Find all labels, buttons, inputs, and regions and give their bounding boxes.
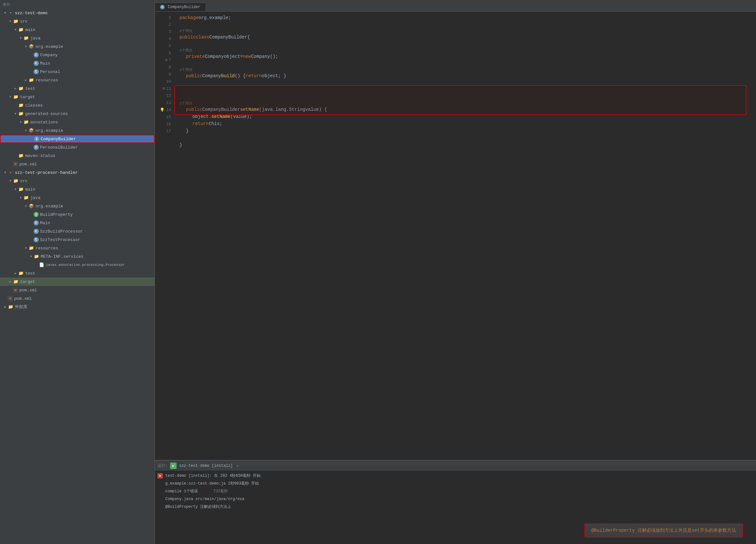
code-line-10 — [179, 94, 756, 101]
expand-arrow: ▶ — [13, 271, 18, 275]
expand-arrow: ▼ — [8, 95, 13, 99]
tree-item-annotations[interactable]: ▼ 📁 annotations — [0, 118, 155, 126]
tree-item-company-builder[interactable]: C CompanyBuilder — [0, 135, 155, 143]
editor-tab-company-builder[interactable]: C CompanyBuilder — [155, 3, 206, 11]
tree-item-personal[interactable]: C Personal — [0, 67, 155, 76]
folder-icon: 📁 — [13, 280, 19, 284]
item-label: target — [20, 280, 35, 284]
item-label: classes — [25, 103, 43, 108]
project-icon: ▪ — [8, 11, 14, 15]
tree-item-maven-status[interactable]: 📁 maven-status — [0, 151, 155, 160]
tree-item-pom-xml-root[interactable]: m pom.xml — [0, 294, 155, 303]
item-label: src — [20, 19, 27, 24]
tree-item-szz-test-demo[interactable]: ▼ ▪ szz-test-demo — [0, 9, 155, 17]
tree-item-src[interactable]: ▼ 📁 src — [0, 17, 155, 26]
keyword: public — [186, 72, 202, 79]
maven-icon: m — [13, 288, 18, 293]
item-label: test — [25, 86, 35, 91]
folder-icon: 📁 — [18, 271, 24, 276]
tree-item-test[interactable]: ▶ 📁 test — [0, 84, 155, 93]
tree-item-javax-processor[interactable]: 📄 javax.annotation.processing.Processor — [0, 261, 155, 269]
expand-arrow: ▼ — [23, 204, 28, 208]
tree-item-szz-test-processor[interactable]: C SzzTestProcessor — [0, 235, 155, 244]
run-bar: 运行: ▶ szz-test-demo [install] ✕ — [155, 460, 756, 471]
params: ( — [259, 106, 262, 113]
folder-icon: 📁 — [13, 179, 19, 183]
expand-arrow: ▼ — [3, 11, 8, 15]
item-label: org.example — [36, 44, 63, 49]
tree-item-szz-build-processor[interactable]: C SzzBuildProcessor — [0, 227, 155, 235]
code-line-3: public class CompanyBuilder { — [179, 34, 756, 41]
tree-item-main2[interactable]: ▼ 📁 main — [0, 185, 155, 193]
class-icon: C — [34, 237, 39, 242]
tree-item-test2[interactable]: ▶ 📁 test — [0, 269, 155, 278]
tree-item-pom-xml-1[interactable]: m pom.xml — [0, 160, 155, 168]
run-text-1: test-demo [install]: 在 202 4秒650毫秒 开始 — [165, 473, 261, 479]
tree-item-target[interactable]: ▼ 📁 target — [0, 93, 155, 101]
tree-item-resources[interactable]: ▶ 📁 resources — [0, 76, 155, 84]
hint-3: 2个用法 — [179, 28, 756, 34]
item-label: main — [25, 27, 35, 32]
package-icon: 📦 — [28, 128, 34, 133]
close-run-tab[interactable]: ✕ — [237, 464, 239, 468]
folder-icon: 📁 — [18, 187, 24, 191]
brace: { — [247, 34, 250, 41]
tree-item-main[interactable]: ▼ 📁 main — [0, 26, 155, 34]
run-tab-label[interactable]: szz-test-demo [install] — [179, 464, 233, 468]
params: () { — [235, 72, 246, 79]
tree-item-build-property[interactable]: @ BuildProperty — [0, 210, 155, 219]
tree-item-org-example[interactable]: ▼ 📦 org.example — [0, 42, 155, 51]
tab-label: CompanyBuilder — [168, 5, 200, 9]
obj: object. — [192, 113, 211, 120]
code-line-14: } — [179, 127, 756, 134]
lightbulb-icon[interactable]: 💡 — [160, 107, 165, 114]
varname: object — [224, 53, 240, 60]
tree-item-pom-xml-2[interactable]: m pom.xml — [0, 286, 155, 294]
closing-brace: } — [186, 127, 189, 134]
class-icon: C — [34, 52, 39, 57]
tree-item-java[interactable]: ▼ 📁 java — [0, 34, 155, 42]
fold-icon-11[interactable]: ⊟ — [163, 85, 165, 92]
item-label: Company — [40, 53, 58, 57]
code-content[interactable]: package org.example; 2个用法 public class C… — [174, 12, 756, 460]
tree-item-resources2[interactable]: ▼ 📁 resources — [0, 244, 155, 252]
tree-item-personal-builder[interactable]: C PersonalBuilder — [0, 143, 155, 151]
tree-item-src2[interactable]: ▼ 📁 src — [0, 177, 155, 185]
project-header: 项目 — [0, 0, 155, 9]
item-label: PersonalBuilder — [40, 145, 78, 150]
tree-item-org-example3[interactable]: ▼ 📦 org.example — [0, 202, 155, 210]
folder-icon: 📁 — [18, 111, 24, 116]
item-label: org.example — [36, 204, 63, 209]
tree-item-external-libs[interactable]: ▶ 📁 外部库 — [0, 303, 155, 311]
item-label: java — [30, 36, 40, 41]
run-button[interactable]: ▶ — [170, 463, 177, 469]
folder-icon: 📁 — [18, 153, 24, 158]
tree-item-org-example-target[interactable]: ▼ 📦 org.example — [0, 126, 155, 135]
tree-item-main-class[interactable]: C Main — [0, 59, 155, 67]
item-label: test — [25, 271, 35, 276]
tree-item-company[interactable]: C Company — [0, 51, 155, 59]
tree-item-generated-sources[interactable]: ▼ 📁 generated-sources — [0, 109, 155, 118]
tree-item-java2[interactable]: ▼ 📁 java — [0, 193, 155, 202]
expand-arrow: ▼ — [13, 112, 18, 116]
code-line-12: object.setName(value); — [179, 113, 756, 120]
fold-icon[interactable]: ⊟ — [165, 57, 167, 64]
item-label: maven-status — [25, 153, 56, 158]
project-label: szz-test-demo — [15, 11, 47, 15]
tree-item-main2-class[interactable]: C Main — [0, 219, 155, 227]
keyword: package — [179, 14, 199, 21]
tree-item-classes[interactable]: 📁 classes — [0, 101, 155, 109]
hint-11: 1个用法 — [179, 101, 756, 106]
tree-item-procesor-handler[interactable]: ▼ ▪ szz-test-procesor-handler — [0, 168, 155, 177]
keyword: return — [246, 72, 262, 79]
package-name: org.example — [199, 14, 228, 21]
tree-item-meta-inf[interactable]: ▼ 📁 META-INF.services — [0, 252, 155, 261]
tree-item-target2[interactable]: ▶ 📁 target — [0, 278, 155, 286]
method-name: setName — [240, 106, 259, 113]
run-output-line-3: compile 1个错误 732毫秒 — [158, 488, 753, 495]
folder-icon: 📁 — [8, 305, 14, 309]
stop-button[interactable]: ■ — [158, 473, 163, 478]
item-label: META-INF.services — [41, 254, 84, 259]
item-label: target — [20, 95, 35, 99]
code-line-1: package org.example; — [179, 14, 756, 21]
